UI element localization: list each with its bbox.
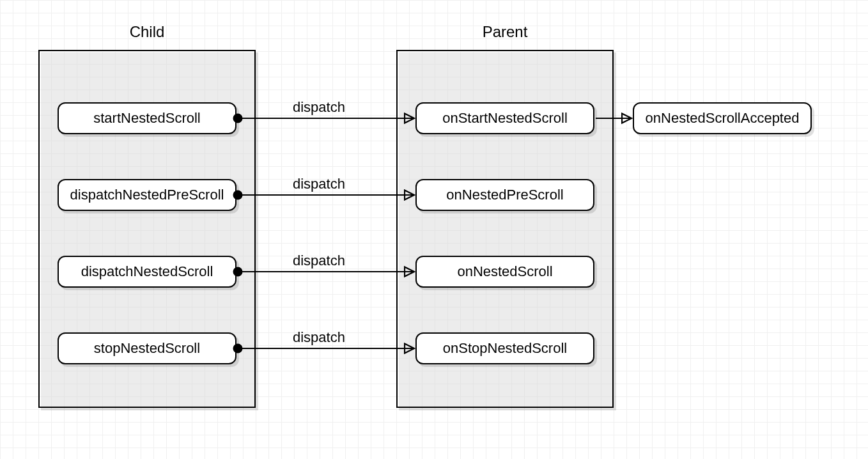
node-start-nested-scroll: startNestedScroll xyxy=(58,102,236,134)
node-stop-nested-scroll: stopNestedScroll xyxy=(58,332,236,364)
node-dispatch-nested-pre-scroll: dispatchNestedPreScroll xyxy=(58,179,236,211)
edge-label-dispatch-4: dispatch xyxy=(293,329,345,346)
node-dispatch-nested-scroll: dispatchNestedScroll xyxy=(58,256,236,288)
edge-label-dispatch-1: dispatch xyxy=(293,99,345,116)
child-container-title: Child xyxy=(38,23,256,41)
parent-container-title: Parent xyxy=(396,23,614,41)
node-on-nested-pre-scroll: onNestedPreScroll xyxy=(415,179,594,211)
edge-label-dispatch-3: dispatch xyxy=(293,253,345,269)
node-on-start-nested-scroll: onStartNestedScroll xyxy=(415,102,594,134)
edge-label-dispatch-2: dispatch xyxy=(293,176,345,192)
node-on-nested-scroll: onNestedScroll xyxy=(415,256,594,288)
node-on-stop-nested-scroll: onStopNestedScroll xyxy=(415,332,594,364)
node-on-nested-scroll-accepted: onNestedScrollAccepted xyxy=(633,102,812,134)
